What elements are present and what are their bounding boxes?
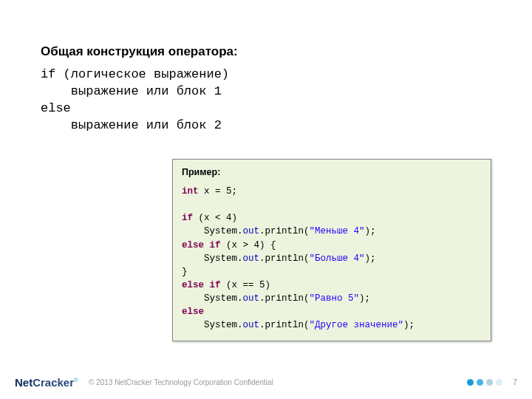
dot-icon (477, 379, 483, 386)
code-block: int x = 5; if (x < 4) System.out.println… (182, 185, 482, 332)
section-heading: Общая конструкция оператора: (41, 44, 491, 59)
logo-cracker: Cracker (33, 376, 74, 389)
syntax-block: if (логическое выражение) выражение или … (41, 66, 491, 134)
slide: Общая конструкция оператора: if (логичес… (0, 0, 532, 399)
footer-right: 7 (467, 378, 517, 386)
logo: NetCracker® (15, 376, 78, 389)
example-box: Пример: int x = 5; if (x < 4) System.out… (172, 159, 491, 341)
dot-icon (486, 379, 493, 386)
dot-icon (496, 379, 502, 386)
confidential-text: © 2013 NetCracker Technology Corporation… (89, 378, 273, 386)
logo-reg: ® (74, 377, 78, 383)
page-number: 7 (513, 378, 517, 386)
dot-icon (467, 379, 474, 386)
footer-left: NetCracker® © 2013 NetCracker Technology… (15, 376, 273, 389)
dots-icon (467, 379, 502, 386)
example-title: Пример: (182, 167, 482, 177)
footer: NetCracker® © 2013 NetCracker Technology… (0, 369, 532, 399)
logo-net: Net (15, 376, 33, 389)
